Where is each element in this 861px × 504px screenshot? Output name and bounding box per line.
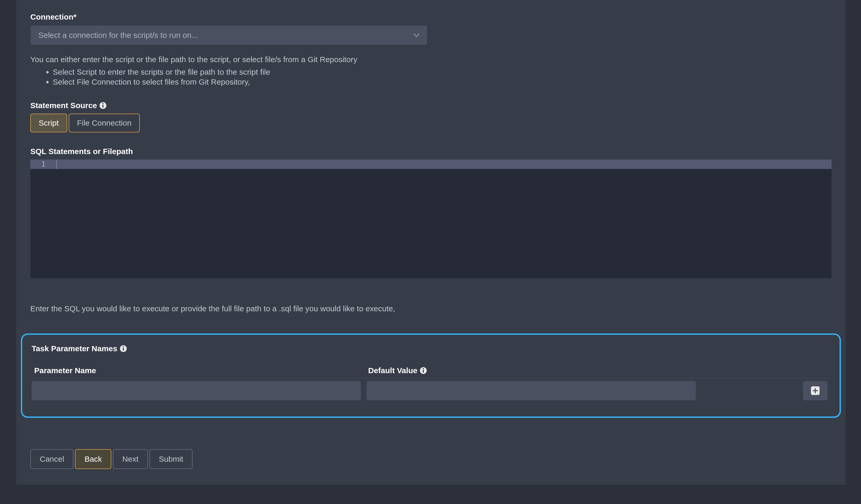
toggle-script[interactable]: Script bbox=[30, 114, 67, 132]
task-parameters-section: Task Parameter Names Parameter Name Defa… bbox=[21, 334, 841, 418]
info-icon[interactable] bbox=[419, 367, 427, 375]
form-panel: Connection* Select a connection for the … bbox=[16, 0, 846, 485]
statement-source-label-text: Statement Source bbox=[30, 101, 97, 110]
helper-bullets: Select Script to enter the scripts or th… bbox=[53, 68, 832, 86]
sql-code-editor[interactable]: 1 bbox=[30, 159, 832, 278]
plus-square-icon bbox=[810, 386, 820, 395]
submit-label: Submit bbox=[159, 454, 183, 463]
helper-bullet: Select Script to enter the scripts or th… bbox=[53, 68, 832, 76]
svg-rect-4 bbox=[123, 348, 124, 351]
chevron-down-icon bbox=[414, 32, 419, 38]
footer-actions: Cancel Back Next Submit bbox=[30, 449, 832, 469]
helper-bullet: Select File Connection to select files f… bbox=[53, 78, 832, 86]
sql-label: SQL Statements or Filepath bbox=[30, 147, 832, 156]
svg-point-5 bbox=[123, 346, 124, 348]
sql-helper-text: Enter the SQL you would like to execute … bbox=[30, 304, 832, 313]
info-icon[interactable] bbox=[120, 345, 127, 352]
cancel-label: Cancel bbox=[40, 454, 64, 463]
code-gutter-row: 1 bbox=[30, 159, 832, 169]
statement-source-toggle: Script File Connection bbox=[30, 114, 832, 132]
submit-button[interactable]: Submit bbox=[149, 449, 193, 469]
gutter-separator bbox=[56, 159, 57, 169]
connection-label: Connection* bbox=[30, 13, 832, 22]
sql-label-text: SQL Statements or Filepath bbox=[30, 147, 133, 156]
toggle-file-connection[interactable]: File Connection bbox=[69, 114, 140, 132]
cancel-button[interactable]: Cancel bbox=[30, 449, 73, 469]
statement-source-label: Statement Source bbox=[30, 101, 832, 110]
task-params-title-text: Task Parameter Names bbox=[32, 344, 117, 353]
col-header-name: Parameter Name bbox=[32, 366, 361, 375]
back-label: Back bbox=[84, 454, 102, 463]
svg-rect-11 bbox=[813, 390, 818, 391]
connection-label-text: Connection* bbox=[30, 13, 77, 22]
back-button[interactable]: Back bbox=[75, 449, 111, 469]
task-params-table: Parameter Name Default Value bbox=[32, 366, 830, 400]
svg-point-8 bbox=[423, 368, 424, 369]
param-name-input[interactable] bbox=[32, 381, 361, 400]
svg-rect-7 bbox=[423, 370, 424, 373]
param-default-input[interactable] bbox=[367, 381, 696, 400]
svg-rect-1 bbox=[102, 105, 104, 108]
helper-intro: You can either enter the script or the f… bbox=[30, 55, 832, 64]
col-header-default: Default Value bbox=[367, 366, 696, 375]
connection-placeholder: Select a connection for the script/s to … bbox=[38, 31, 198, 40]
task-params-title: Task Parameter Names bbox=[32, 344, 830, 353]
col-header-default-text: Default Value bbox=[368, 366, 417, 375]
connection-select[interactable]: Select a connection for the script/s to … bbox=[30, 25, 427, 45]
code-line-number: 1 bbox=[30, 159, 56, 169]
task-param-row bbox=[32, 378, 830, 400]
code-body[interactable] bbox=[30, 169, 832, 278]
add-param-button[interactable] bbox=[803, 381, 828, 400]
info-icon[interactable] bbox=[99, 101, 107, 109]
toggle-file-connection-label: File Connection bbox=[77, 118, 132, 127]
next-label: Next bbox=[122, 454, 138, 463]
svg-point-2 bbox=[102, 103, 104, 104]
next-button[interactable]: Next bbox=[113, 449, 148, 469]
toggle-script-label: Script bbox=[39, 118, 59, 127]
task-params-headers: Parameter Name Default Value bbox=[32, 366, 830, 375]
